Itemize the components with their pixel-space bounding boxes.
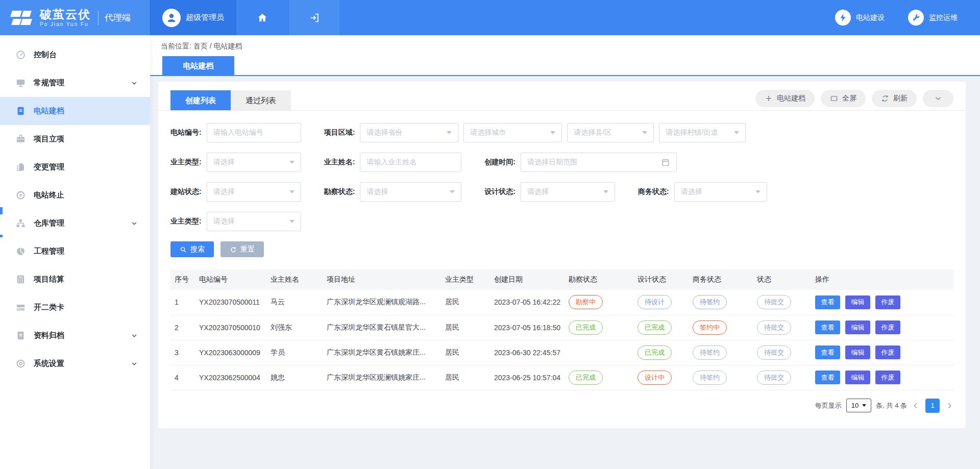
- cell-owner-type: 居民: [441, 365, 490, 390]
- sidebar-item-label: 控制台: [34, 50, 138, 60]
- user-menu[interactable]: 超级管理员: [150, 0, 236, 35]
- header-nav-lightning[interactable]: 电站建设: [835, 10, 885, 26]
- sidebar-item-console[interactable]: 控制台: [0, 41, 150, 69]
- caret-down-icon: [447, 131, 452, 134]
- prev-page-button[interactable]: [912, 402, 920, 410]
- void-button[interactable]: 作废: [875, 295, 900, 309]
- view-button[interactable]: 查看: [815, 371, 840, 384]
- town-select[interactable]: 请选择村镇/街道: [659, 123, 746, 142]
- filter-label: 业主姓名:: [324, 158, 355, 167]
- created-range-input[interactable]: 请选择日期范围: [521, 153, 677, 172]
- sidebar-item-change-mgmt[interactable]: 变更管理: [0, 153, 150, 181]
- gauge-icon: [15, 50, 26, 60]
- void-button[interactable]: 作废: [875, 371, 900, 384]
- filter-row: 建站状态:请选择勘察状态:请选择设计状态:请选择商务状态:请选择: [170, 182, 953, 202]
- filter-label: 业主类型:: [170, 158, 202, 167]
- caret-down-icon: [862, 404, 866, 407]
- edit-button[interactable]: 编辑: [845, 320, 870, 334]
- cell-index: 1: [170, 290, 195, 315]
- monitor-icon: [15, 78, 26, 88]
- panel-tab-passed-list[interactable]: 通过列表: [231, 90, 291, 110]
- plus-icon: [765, 94, 773, 103]
- sidebar-item-system-settings[interactable]: 系统设置: [0, 350, 150, 378]
- logout-button[interactable]: [288, 0, 339, 35]
- placeholder-text: 请选择日期范围: [527, 158, 657, 167]
- cell-address: 广东深圳龙华区黄石镇星官大...: [323, 315, 441, 340]
- sidebar-item-warehouse-mgmt[interactable]: 仓库管理: [0, 209, 150, 237]
- avatar: [162, 9, 181, 27]
- breadcrumb-home[interactable]: 首页: [193, 42, 208, 50]
- sidebar-item-project-setup[interactable]: 项目立项: [0, 125, 150, 153]
- station-code-input[interactable]: 请输入电站编号: [207, 123, 301, 142]
- void-button[interactable]: 作废: [875, 320, 900, 334]
- view-button[interactable]: 查看: [815, 345, 840, 359]
- sidebar-item-project-mgmt[interactable]: 工程管理: [0, 237, 150, 265]
- cell-station-code: YX2023062500004: [195, 365, 266, 390]
- caret-down-icon: [734, 131, 739, 134]
- province-select[interactable]: 请选择省份: [360, 123, 458, 142]
- edit-button[interactable]: 编辑: [845, 345, 870, 359]
- filter-row: 业主类型:请选择业主姓名:请输入业主姓名创建时间:请选择日期范围: [170, 153, 953, 172]
- district-select[interactable]: 请选择县/区: [567, 123, 654, 142]
- next-page-button[interactable]: [945, 402, 953, 410]
- chevron-down-icon: [131, 332, 138, 339]
- sidebar-item-project-settle[interactable]: 项目结算: [0, 265, 150, 293]
- cell-owner-name: 学员: [266, 340, 323, 365]
- city-select[interactable]: 请选择城市: [463, 123, 562, 142]
- logo-title: 破茧云伏: [40, 8, 91, 20]
- view-button[interactable]: 查看: [815, 295, 840, 309]
- owner-type2-select[interactable]: 请选择: [207, 212, 301, 231]
- breadcrumb-separator: /: [210, 42, 212, 50]
- document-icon: [15, 106, 26, 116]
- table-wrap: 序号电站编号业主姓名项目地址业主类型创建日期勘察状态设计状态商务状态状态操作1Y…: [158, 257, 966, 390]
- sitemap-icon: [15, 218, 26, 229]
- build-status-select[interactable]: 请选择: [207, 182, 301, 202]
- design-status-select[interactable]: 请选择: [521, 182, 615, 202]
- business-status-select[interactable]: 请选择: [674, 182, 767, 202]
- sidebar-item-station-archive[interactable]: 电站建档: [0, 97, 150, 125]
- survey-status-select[interactable]: 请选择: [360, 182, 461, 202]
- chevron-down-icon: [131, 220, 138, 227]
- collapse-button[interactable]: [923, 90, 953, 107]
- filter-field: 商务状态:请选择: [638, 182, 767, 202]
- create-station-button[interactable]: 电站建档: [755, 90, 815, 107]
- home-button[interactable]: [236, 0, 288, 35]
- filter-field: 项目区域:请选择省份请选择城市请选择县/区请选择村镇/街道: [324, 123, 746, 142]
- column-header: 操作: [811, 269, 953, 290]
- search-button[interactable]: 搜索: [170, 241, 214, 257]
- view-button[interactable]: 查看: [815, 320, 840, 334]
- cell-business-status: 待签约: [689, 340, 753, 365]
- sidebar-item-station-stop[interactable]: 电站终止: [0, 181, 150, 209]
- refresh-button[interactable]: 刷新: [872, 90, 917, 107]
- document2-icon: [15, 330, 26, 341]
- edit-button[interactable]: 编辑: [845, 295, 870, 309]
- void-button[interactable]: 作废: [875, 345, 900, 359]
- placeholder-text: 请选择村镇/街道: [666, 128, 730, 137]
- per-page-select[interactable]: 10: [846, 399, 871, 412]
- card-icon: [15, 302, 26, 313]
- sidebar-item-general-mgmt[interactable]: 常规管理: [0, 69, 150, 97]
- cell-index: 4: [170, 365, 195, 390]
- sidebar-item-data-archive[interactable]: 资料归档: [0, 322, 150, 350]
- owner-name-input[interactable]: 请输入业主姓名: [360, 153, 461, 172]
- column-header: 业主类型: [441, 269, 490, 290]
- breadcrumb-prefix: 当前位置:: [161, 42, 191, 50]
- cell-owner-type: 居民: [441, 290, 490, 315]
- header-nav-wrench[interactable]: 监控运维: [908, 10, 958, 26]
- panel-tab-create-list[interactable]: 创建列表: [170, 90, 231, 110]
- per-page-value: 10: [851, 402, 859, 409]
- reset-button[interactable]: 重置: [220, 241, 264, 257]
- sidebar-item-type2-card[interactable]: 开二类卡: [0, 293, 150, 322]
- calculator-icon: [15, 274, 26, 285]
- column-header: 设计状态: [633, 269, 689, 290]
- cell-survey-status: 已完成: [565, 365, 633, 390]
- owner-type-select[interactable]: 请选择: [207, 153, 301, 172]
- station-table: 序号电站编号业主姓名项目地址业主类型创建日期勘察状态设计状态商务状态状态操作1Y…: [170, 269, 953, 390]
- per-page-label: 每页显示: [815, 401, 842, 410]
- page-tab-station-archive[interactable]: 电站建档: [162, 56, 234, 75]
- page-number-button[interactable]: 1: [925, 399, 940, 413]
- edit-button[interactable]: 编辑: [845, 371, 870, 384]
- status-badge: 已完成: [569, 371, 603, 385]
- fullscreen-button[interactable]: 全屏: [821, 90, 866, 107]
- search-icon: [180, 246, 187, 253]
